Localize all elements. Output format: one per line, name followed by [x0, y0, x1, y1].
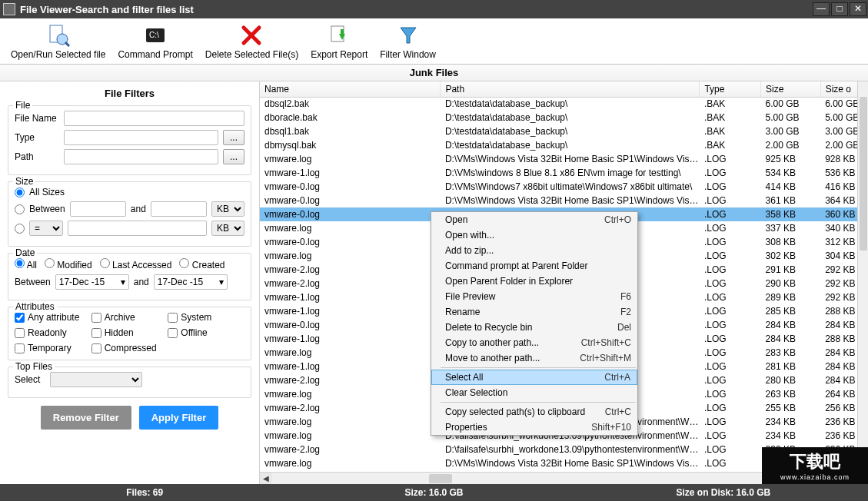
table-row[interactable]: vmware-0.logD:\VMs\Windows Vista 32Bit H…	[260, 194, 868, 207]
cell-size: 291 KB	[761, 263, 821, 277]
table-row[interactable]: vmware-1.logD:\VMs\windows 8 Blue 8.1 x8…	[260, 166, 868, 180]
size-op-select[interactable]: =	[29, 221, 63, 236]
maximize-button[interactable]: □	[831, 2, 848, 16]
terminal-icon: C:\	[143, 23, 168, 48]
date-created-radio[interactable]	[179, 258, 189, 268]
context-menu-item[interactable]: Select AllCtrl+A	[431, 370, 637, 385]
table-row[interactable]: dbmysql.bakD:\testdata\database_backup\.…	[260, 138, 868, 152]
menu-separator	[441, 367, 636, 368]
attr-temporary-checkbox[interactable]: Temporary	[15, 343, 81, 353]
h-scroll-left-arrow-icon[interactable]: ◀	[260, 473, 272, 484]
context-menu-item[interactable]: Add to zip...	[431, 243, 637, 258]
filename-input[interactable]	[64, 111, 244, 126]
attr-archive-checkbox[interactable]: Archive	[91, 312, 158, 323]
context-menu-item[interactable]: Copy to another path...Ctrl+Shift+C	[431, 335, 637, 350]
date-accessed-radio[interactable]	[100, 258, 110, 268]
context-menu-item[interactable]: File PreviewF6	[431, 289, 637, 304]
context-menu-item[interactable]: RenameF2	[431, 304, 637, 320]
date-modified-radio[interactable]	[45, 258, 55, 268]
cell-type: .LOG	[700, 456, 761, 470]
cell-name: vmware-1.log	[260, 166, 441, 180]
remove-filter-button[interactable]: Remove Filter	[41, 406, 131, 430]
funnel-icon	[396, 23, 421, 48]
cell-size: 234 KB	[761, 429, 821, 443]
cell-path: D:\VMs\Windows7 x86bit ultimate\Windows7…	[441, 180, 700, 194]
delete-button[interactable]: Delete Selected File(s)	[201, 22, 303, 61]
size-unit-select-2[interactable]: KB	[211, 221, 244, 236]
cell-type: .LOG	[700, 443, 761, 456]
context-menu-item[interactable]: Copy selected path(s) to clipboardCtrl+C	[431, 404, 637, 420]
op-radio[interactable]	[15, 224, 25, 234]
table-row[interactable]: dbsql2.bakD:\testdata\database_backup\.B…	[260, 97, 868, 111]
attr-compressed-checkbox[interactable]: Compressed	[91, 343, 158, 353]
cell-name: vmware.log	[260, 221, 441, 235]
col-name[interactable]: Name	[260, 81, 441, 97]
table-row[interactable]: dbsql1.bakD:\testdata\database_backup\.B…	[260, 124, 868, 138]
attr-readonly-checkbox[interactable]: Readonly	[15, 327, 81, 338]
cell-name: vmware.log	[260, 152, 441, 166]
date-all-radio[interactable]	[15, 258, 25, 268]
cell-name: vmware-2.log	[260, 443, 441, 456]
size-from-input[interactable]	[70, 201, 126, 217]
date-accessed-label: Last Accessed	[112, 260, 171, 270]
menu-item-shortcut: Shift+F10	[591, 422, 631, 433]
cell-type: .LOG	[700, 373, 761, 387]
topfiles-select[interactable]	[50, 372, 142, 387]
export-report-button[interactable]: Export Report	[306, 22, 372, 61]
date-to-select[interactable]: 17-Dec -15▾	[154, 274, 228, 290]
context-menu-item[interactable]: Move to another path...Ctrl+Shift+M	[431, 350, 637, 366]
type-input[interactable]	[64, 130, 218, 145]
vertical-scrollbar[interactable]	[857, 81, 868, 472]
col-size[interactable]: Size	[761, 81, 821, 97]
context-menu-item[interactable]: Command prompt at Parent Folder	[431, 258, 637, 274]
size-op-value-input[interactable]	[68, 221, 207, 236]
cell-size: 281 KB	[761, 360, 821, 373]
attr-system-checkbox[interactable]: System	[168, 312, 234, 323]
watermark-main: 下载吧	[790, 450, 840, 473]
context-menu-item[interactable]: Delete to Recycle binDel	[431, 320, 637, 335]
filters-title: File Filters	[8, 85, 251, 105]
minimize-button[interactable]: —	[813, 2, 830, 16]
context-menu-item[interactable]: PropertiesShift+F10	[431, 420, 637, 435]
attr-any-checkbox[interactable]: Any attribute	[15, 312, 81, 323]
h-scroll-thumb[interactable]	[429, 474, 452, 483]
command-prompt-button[interactable]: C:\ Command Prompt	[113, 22, 197, 61]
path-label: Path	[15, 151, 59, 162]
table-row[interactable]: vmware-0.logD:\VMs\Windows7 x86bit ultim…	[260, 180, 868, 194]
table-row[interactable]: vmware.logD:\VMs\Windows Vista 32Bit Hom…	[260, 152, 868, 166]
size-unit-select-1[interactable]: KB	[211, 201, 244, 217]
open-run-button[interactable]: Open/Run Selected file	[6, 22, 110, 61]
attr-offline-checkbox[interactable]: Offline	[168, 327, 234, 338]
col-type[interactable]: Type	[700, 81, 761, 97]
menu-item-shortcut: F6	[620, 291, 631, 302]
cell-name: vmware-1.log	[260, 360, 441, 373]
v-scroll-thumb[interactable]	[860, 97, 867, 250]
all-sizes-radio[interactable]	[15, 187, 25, 197]
size-fieldset: Size All Sizes Between and KB = KB	[8, 181, 251, 247]
attr-hidden-checkbox[interactable]: Hidden	[91, 327, 158, 338]
table-row[interactable]: dboracle.bakD:\testdata\database_backup\…	[260, 111, 868, 124]
cell-type: .BAK	[700, 111, 761, 124]
cell-name: vmware-2.log	[260, 263, 441, 277]
cell-type: .LOG	[700, 180, 761, 194]
cell-size: 263 KB	[761, 387, 821, 401]
filter-window-button[interactable]: Filter Window	[375, 22, 441, 61]
context-menu-item[interactable]: Clear Selection	[431, 385, 637, 400]
apply-filter-button[interactable]: Apply Filter	[139, 406, 219, 430]
path-input[interactable]	[64, 149, 218, 164]
close-button[interactable]: ✕	[850, 2, 866, 16]
context-menu-item[interactable]: Open Parent Folder in Explorer	[431, 274, 637, 289]
size-to-input[interactable]	[151, 201, 207, 217]
between-radio[interactable]	[15, 204, 25, 214]
cell-size: 283 KB	[761, 346, 821, 360]
context-menu-item[interactable]: Open with...	[431, 227, 637, 243]
context-menu-item[interactable]: OpenCtrl+O	[431, 212, 637, 227]
path-browse-button[interactable]: ...	[223, 149, 244, 164]
menu-item-shortcut: Ctrl+Shift+C	[581, 337, 631, 348]
col-path[interactable]: Path	[441, 81, 700, 97]
type-browse-button[interactable]: ...	[223, 130, 244, 145]
menu-item-label: Command prompt at Parent Folder	[445, 260, 587, 271]
menu-item-label: Add to zip...	[445, 245, 494, 256]
date-from-select[interactable]: 17-Dec -15▾	[55, 274, 129, 290]
file-fieldset: File File Name Type ... Path ...	[8, 105, 251, 175]
